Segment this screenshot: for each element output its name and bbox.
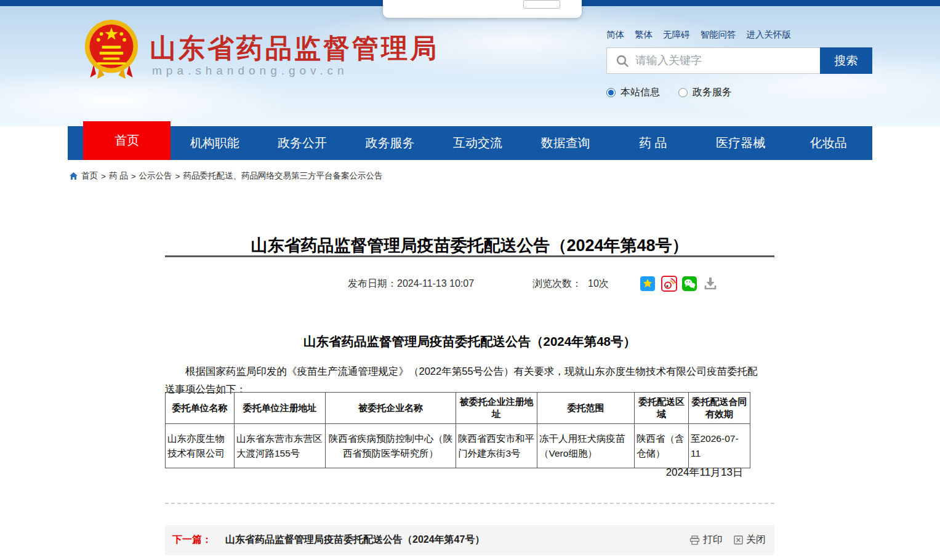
breadcrumb-announcements[interactable]: 公示公告 <box>139 170 172 182</box>
search-icon <box>616 54 629 68</box>
next-article-label[interactable]: 下一篇： <box>172 534 212 546</box>
breadcrumb-home[interactable]: 首页 <box>81 170 98 182</box>
printer-icon <box>689 535 700 545</box>
link-traditional[interactable]: 繁体 <box>635 29 653 41</box>
link-care-version[interactable]: 进入关怀版 <box>747 29 792 41</box>
publish-date-value: 2024-11-13 10:07 <box>397 278 474 289</box>
col-header: 被委托企业名称 <box>326 393 456 424</box>
breadcrumb-separator: > <box>131 172 136 181</box>
breadcrumb-drugs[interactable]: 药 品 <box>109 170 128 182</box>
link-simplified[interactable]: 简体 <box>606 29 624 41</box>
col-header: 委托配送区域 <box>635 393 689 424</box>
search-input[interactable] <box>635 54 820 67</box>
national-emblem-logo <box>82 18 141 81</box>
breadcrumb-current[interactable]: 药品委托配送、药品网络交易第三方平台备案公示公告 <box>183 170 382 182</box>
nav-item-gov-disclosure[interactable]: 政务公开 <box>259 126 346 160</box>
site-title: 山东省药品监督管理局 <box>150 31 439 66</box>
site-url: mpa.shandong.gov.cn <box>152 64 348 78</box>
cell-scope: 冻干人用狂犬病疫苗（Vero细胞） <box>537 424 635 468</box>
col-header: 委托配送合同有效期 <box>689 393 750 424</box>
nav-item-medical-devices[interactable]: 医疗器械 <box>697 126 784 160</box>
view-count-value: 10次 <box>588 278 609 289</box>
link-accessibility[interactable]: 无障碍 <box>663 29 690 41</box>
col-header: 委托范围 <box>537 393 635 424</box>
popup-field[interactable] <box>523 0 560 9</box>
search-button[interactable]: 搜索 <box>820 47 872 74</box>
radio-selected-icon[interactable] <box>606 88 616 97</box>
cell-entrusted-address: 陕西省西安市和平门外建东街3号 <box>456 424 537 468</box>
nav-item-home[interactable]: 首页 <box>83 121 171 160</box>
close-icon <box>734 535 743 545</box>
next-article-link[interactable]: 山东省药品监督管理局疫苗委托配送公告（2024年第47号） <box>225 534 484 546</box>
publish-date-label: 发布日期： <box>348 278 397 289</box>
print-button[interactable]: 打印 <box>689 534 723 546</box>
col-header: 委托单位注册地址 <box>235 393 326 424</box>
radio-gov-service-label: 政务服务 <box>693 86 732 99</box>
dashed-divider <box>165 503 774 504</box>
browser-popup-overlay <box>383 0 582 18</box>
table-row: 山东亦度生物技术有限公司 山东省东营市东营区大渡河路155号 陕西省疾病预防控制… <box>166 424 750 468</box>
nav-item-data-query[interactable]: 数据查询 <box>521 126 609 160</box>
radio-unselected-icon[interactable] <box>678 88 688 97</box>
weibo-share-icon[interactable] <box>661 276 677 292</box>
qzone-share-icon[interactable] <box>640 276 656 292</box>
download-icon[interactable] <box>703 276 719 292</box>
radio-site-info[interactable]: 本站信息 <box>606 86 660 99</box>
cell-entrusted-enterprise: 陕西省疾病预防控制中心（陕西省预防医学研究所） <box>326 424 456 468</box>
radio-site-info-label: 本站信息 <box>621 86 660 99</box>
cell-entrusting-address: 山东省东营市东营区大渡河路155号 <box>235 424 326 468</box>
link-smart-qa[interactable]: 智能问答 <box>701 29 736 41</box>
footer-bar: 下一篇： 山东省药品监督管理局疫苗委托配送公告（2024年第47号） 打印 <box>165 525 774 555</box>
breadcrumb-separator: > <box>101 172 106 181</box>
wechat-share-icon[interactable] <box>682 276 698 292</box>
search-box: 搜索 <box>606 47 872 74</box>
share-buttons <box>640 276 719 292</box>
page-title: 山东省药品监督管理局疫苗委托配送公告（2024年第48号） <box>165 234 774 257</box>
nav-item-functions[interactable]: 机构职能 <box>171 126 258 160</box>
col-header: 委托单位名称 <box>166 393 235 424</box>
sign-date: 2024年11月13日 <box>165 465 743 479</box>
footer-actions: 打印 关闭 <box>689 534 766 546</box>
search-scope-options: 本站信息 政务服务 <box>606 86 732 99</box>
nav-item-interaction[interactable]: 互动交流 <box>434 126 521 160</box>
publish-date: 发布日期：2024-11-13 10:07 <box>348 278 474 290</box>
delegation-table: 委托单位名称 委托单位注册地址 被委托企业名称 被委托企业注册地址 委托范围 委… <box>165 392 750 468</box>
page: 山东省药品监督管理局 mpa.shandong.gov.cn 简体 繁体 无障碍… <box>0 0 940 560</box>
view-count-label: 浏览次数： <box>532 278 582 289</box>
cell-contract-validity: 至2026-07-11 <box>689 424 750 468</box>
view-count: 浏览次数：10次 <box>532 278 609 290</box>
main-nav: 首页 机构职能 政务公开 政务服务 互动交流 数据查询 药 品 医疗器械 化妆品 <box>68 126 872 160</box>
table-header-row: 委托单位名称 委托单位注册地址 被委托企业名称 被委托企业注册地址 委托范围 委… <box>166 393 750 424</box>
print-label: 打印 <box>703 534 723 546</box>
breadcrumb-separator: > <box>175 172 180 181</box>
breadcrumb: 首页 > 药 品 > 公示公告 > 药品委托配送、药品网络交易第三方平台备案公示… <box>69 170 382 182</box>
col-header: 被委托企业注册地址 <box>456 393 537 424</box>
home-icon <box>69 172 78 180</box>
close-label: 关闭 <box>746 534 766 546</box>
nav-item-drugs[interactable]: 药 品 <box>609 126 697 160</box>
top-utility-links: 简体 繁体 无障碍 智能问答 进入关怀版 <box>606 29 791 41</box>
title-divider <box>165 255 774 257</box>
nav-item-gov-service[interactable]: 政务服务 <box>346 126 433 160</box>
close-button[interactable]: 关闭 <box>734 534 766 546</box>
cell-entrusting-unit: 山东亦度生物技术有限公司 <box>166 424 235 468</box>
nav-item-cosmetics[interactable]: 化妆品 <box>785 126 872 160</box>
radio-gov-service[interactable]: 政务服务 <box>678 86 732 99</box>
article-body-title: 山东省药品监督管理局疫苗委托配送公告（2024年第48号） <box>165 333 774 350</box>
cell-region: 陕西省（含仓储） <box>635 424 689 468</box>
